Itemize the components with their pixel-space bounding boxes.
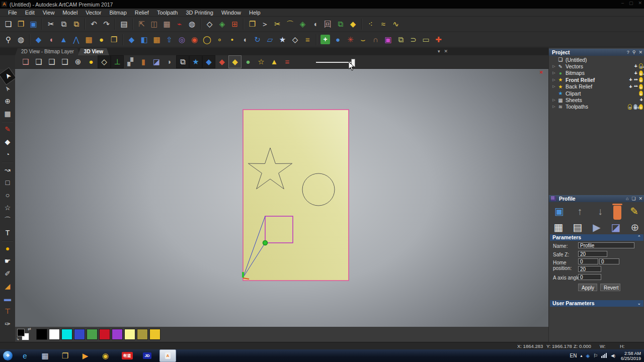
- raise-relief-icon[interactable]: ⇧: [163, 33, 176, 46]
- star-sphere-icon[interactable]: ★: [276, 33, 289, 46]
- menu-item[interactable]: Help: [245, 10, 265, 16]
- distort-grid-tool-icon[interactable]: ▦: [1, 108, 14, 120]
- menu-item[interactable]: Toolpath: [153, 10, 182, 16]
- maximize-button[interactable]: ▢: [629, 1, 633, 6]
- relief-blob-icon[interactable]: ●: [95, 33, 108, 46]
- relief-texture-icon[interactable]: ▦: [83, 33, 95, 46]
- project-help-icon[interactable]: ?: [627, 49, 629, 56]
- create-circles-icon[interactable]: ⁖: [364, 18, 377, 31]
- vector-doctor-icon[interactable]: ◈: [216, 18, 228, 31]
- green-shapes-icon[interactable]: ●: [242, 55, 255, 68]
- revert-button[interactable]: Revert: [600, 284, 620, 291]
- stamp-tool-icon[interactable]: ⊤: [1, 305, 14, 318]
- menu-item[interactable]: Bitmap: [106, 10, 131, 16]
- a-axis-angle-input[interactable]: [578, 274, 601, 280]
- canvas-viewport[interactable]: ✕: [15, 69, 548, 327]
- light-bulb-icon[interactable]: ●: [85, 55, 98, 68]
- taskbar-calculator-icon[interactable]: ▦: [39, 350, 54, 361]
- dot-relief-icon[interactable]: ◉: [188, 33, 201, 46]
- menu-item[interactable]: File: [4, 10, 21, 16]
- project-tree-item[interactable]: ▷ ✎ Vectors + ++ +: [549, 63, 644, 69]
- zoom-tool-icon[interactable]: ⊕: [71, 55, 85, 68]
- profile-float-icon[interactable]: ⌂: [626, 195, 628, 202]
- profile-dock-icon[interactable]: ❏: [631, 195, 635, 202]
- project-tree-item[interactable]: ▷ ★ Back Relief + ++ +: [549, 83, 644, 90]
- swatch-green[interactable]: [87, 329, 98, 340]
- layers-rgb-icon[interactable]: ≡: [281, 55, 294, 68]
- droplet-tool-icon[interactable]: ●: [1, 242, 14, 255]
- star-tool-icon[interactable]: ☆: [1, 202, 14, 214]
- tray-expand-icon[interactable]: ▴: [580, 353, 582, 358]
- puzzle-piece-icon[interactable]: ▞: [124, 55, 137, 68]
- relief-erase-icon[interactable]: ◖: [45, 33, 57, 46]
- measure-tool-icon[interactable]: ◔: [1, 148, 14, 161]
- taskbar-youdao-icon[interactable]: 有道: [119, 350, 135, 361]
- project-tree-item[interactable]: ★ Clipart + ++ +: [549, 90, 644, 97]
- origin-axes-icon[interactable]: ⊥: [111, 55, 124, 68]
- calculator-icon[interactable]: ▦: [551, 220, 566, 234]
- tab-2d-view[interactable]: 2D View - Bitmap Layer: [15, 48, 80, 55]
- knife-tool-icon[interactable]: ✑: [1, 318, 14, 330]
- relief-layers-blue-icon[interactable]: ◪: [150, 55, 163, 68]
- fillet-arc-icon[interactable]: ⌒: [284, 18, 296, 31]
- taskbar-jd-icon[interactable]: JD: [139, 350, 155, 361]
- taskbar-artcam-icon[interactable]: A: [159, 349, 176, 362]
- tree-expand-icon[interactable]: ▷: [551, 105, 557, 109]
- volume-icon[interactable]: ◀): [611, 353, 615, 358]
- star-blue-icon[interactable]: ★: [189, 55, 202, 68]
- vector-select-icon[interactable]: ＞: [259, 18, 271, 31]
- tab-close-icon[interactable]: ✕: [444, 49, 448, 54]
- tree-action-2[interactable]: ++: [633, 104, 637, 110]
- expand-chevron-icon[interactable]: ⌄: [637, 300, 641, 307]
- tree-action-3[interactable]: +: [639, 104, 643, 110]
- home-z-input[interactable]: [578, 266, 601, 272]
- security-shield-icon[interactable]: ◈: [586, 353, 590, 358]
- redo-icon[interactable]: ↷: [100, 18, 113, 31]
- delete-profile-icon[interactable]: [613, 206, 621, 220]
- tree-expand-icon[interactable]: ▷: [551, 98, 557, 102]
- marquee-magenta-icon[interactable]: ▣: [382, 33, 394, 46]
- swatch-black[interactable]: [36, 329, 47, 340]
- tree-action-1[interactable]: +: [634, 63, 637, 69]
- relief-smooth-icon[interactable]: ◆: [32, 33, 45, 46]
- half-relief-icon[interactable]: ◧: [138, 33, 150, 46]
- view-cube-side-icon[interactable]: ❑: [45, 55, 58, 68]
- home-x-input[interactable]: [578, 258, 598, 264]
- new-model-icon[interactable]: ❏: [2, 18, 15, 31]
- relief-clipart-folder-icon[interactable]: ❐: [108, 33, 120, 46]
- tree-action-1[interactable]: +: [628, 104, 632, 110]
- tree-action-3[interactable]: +: [639, 90, 643, 96]
- tree-action-3[interactable]: +: [639, 77, 643, 82]
- taskbar-media-player-icon[interactable]: ▶: [79, 350, 95, 361]
- stack-blue-red-icon[interactable]: ◆: [202, 55, 215, 68]
- close-button[interactable]: ✕: [638, 1, 642, 6]
- taskbar-clock[interactable]: 2:58 AM 6/25/2019: [621, 351, 641, 361]
- view-close-icon[interactable]: ✕: [539, 70, 543, 75]
- arc-tool-icon[interactable]: ⌒: [1, 214, 14, 227]
- taskbar-ie-icon[interactable]: e: [19, 350, 34, 361]
- tree-action-3[interactable]: +: [639, 84, 643, 89]
- smudge-tool-icon[interactable]: ☛: [1, 255, 14, 267]
- menu-item[interactable]: Vector: [82, 10, 105, 16]
- ring-relief-icon[interactable]: ◎: [176, 33, 188, 46]
- pencil-tool-icon[interactable]: ✎: [1, 123, 14, 136]
- clipart-library-icon[interactable]: ❐: [246, 18, 259, 31]
- export-profile-icon[interactable]: ▶: [589, 220, 604, 234]
- fold-relief-icon[interactable]: ↻: [251, 33, 264, 46]
- profile-close-icon[interactable]: ✕: [638, 195, 642, 202]
- dot-yellow-icon[interactable]: •: [226, 33, 238, 46]
- light-settings-icon[interactable]: ◍: [186, 18, 198, 31]
- layer-squares-icon[interactable]: ▦: [160, 18, 173, 31]
- edit-profile-icon[interactable]: ✎: [627, 204, 642, 218]
- view-cube-front-icon[interactable]: ❑: [58, 55, 71, 68]
- swatch-blue[interactable]: [74, 329, 85, 340]
- save-profile-icon[interactable]: ▣: [551, 204, 567, 218]
- tree-expand-icon[interactable]: ▷: [551, 84, 557, 88]
- user-parameters-section-header[interactable]: User Parameters ⌄: [550, 300, 643, 307]
- white-stack-icon[interactable]: ◇: [289, 33, 301, 46]
- fill-tool-icon[interactable]: ◆: [1, 136, 14, 148]
- menu-item[interactable]: Edit: [21, 10, 39, 16]
- relief-preview-icon[interactable]: ◪: [608, 220, 623, 234]
- blob-blue-icon[interactable]: ●: [332, 33, 344, 46]
- spiral-maze-icon[interactable]: 回: [321, 18, 334, 31]
